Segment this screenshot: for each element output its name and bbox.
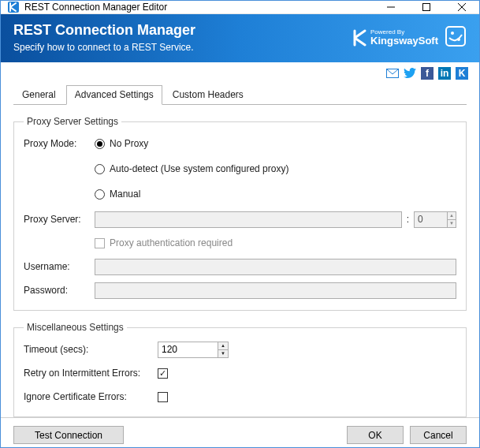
- password-label: Password:: [24, 285, 95, 296]
- facebook-icon[interactable]: f: [421, 67, 433, 80]
- content-area: General Advanced Settings Custom Headers…: [1, 80, 479, 417]
- brand-area: Powered By KingswaySoft: [353, 25, 467, 50]
- ignore-cert-label: Ignore Certificate Errors:: [24, 391, 158, 402]
- twitter-icon[interactable]: [404, 67, 416, 80]
- proxy-mode-none-label: No Proxy: [110, 138, 148, 149]
- radio-icon: [95, 164, 105, 174]
- proxy-mode-label: Proxy Mode:: [24, 138, 95, 149]
- svg-rect-5: [446, 27, 465, 46]
- spinner-buttons[interactable]: ▲▼: [447, 212, 456, 227]
- tab-custom-headers[interactable]: Custom Headers: [164, 85, 252, 105]
- proxy-mode-manual-label: Manual: [110, 189, 140, 200]
- close-button[interactable]: [444, 1, 479, 13]
- username-input[interactable]: [95, 259, 456, 275]
- proxy-mode-auto-label: Auto-detect (Use system configured proxy…: [110, 163, 288, 174]
- proxy-server-label: Proxy Server:: [24, 214, 95, 225]
- timeout-value[interactable]: [158, 342, 218, 357]
- minimize-button[interactable]: [373, 1, 408, 13]
- maximize-button[interactable]: [408, 1, 444, 13]
- proxy-legend: Proxy Server Settings: [24, 116, 121, 127]
- proxy-server-input[interactable]: [95, 211, 402, 228]
- radio-icon: [95, 139, 105, 149]
- header-title: REST Connection Manager: [13, 22, 195, 39]
- window-frame: REST Connection Manager Editor REST Conn…: [0, 0, 480, 448]
- port-separator: :: [402, 214, 414, 225]
- titlebar: REST Connection Manager Editor: [1, 1, 479, 14]
- cancel-button[interactable]: Cancel: [410, 426, 467, 444]
- mail-icon[interactable]: [386, 67, 399, 80]
- app-icon: [7, 1, 20, 13]
- timeout-label: Timeout (secs):: [24, 344, 158, 355]
- window-controls: [373, 1, 479, 13]
- proxy-auth-checkbox[interactable]: [95, 238, 105, 248]
- brand-name: KingswaySoft: [370, 35, 438, 46]
- retry-label: Retry on Intermittent Errors:: [24, 368, 158, 379]
- window-title: REST Connection Manager Editor: [24, 2, 373, 13]
- timeout-input[interactable]: ▲▼: [158, 342, 229, 358]
- radio-icon: [95, 189, 105, 200]
- proxy-settings-group: Proxy Server Settings Proxy Mode: No Pro…: [13, 116, 467, 311]
- header-subtitle: Specify how to connect to a REST Service…: [13, 42, 195, 53]
- spinner-buttons[interactable]: ▲▼: [218, 342, 228, 357]
- ignore-cert-checkbox[interactable]: [158, 392, 168, 402]
- tab-strip: General Advanced Settings Custom Headers: [13, 84, 467, 105]
- misc-legend: Miscellaneous Settings: [24, 322, 127, 333]
- brand-logo: Powered By KingswaySoft: [353, 29, 438, 47]
- proxy-mode-auto-option[interactable]: Auto-detect (Use system configured proxy…: [95, 163, 288, 174]
- proxy-mode-none-option[interactable]: No Proxy: [95, 138, 148, 149]
- footer: Test Connection OK Cancel: [1, 417, 479, 448]
- svg-rect-2: [422, 4, 430, 11]
- social-row: f in K: [1, 62, 479, 80]
- proxy-port-value: [415, 212, 447, 227]
- proxy-mode-manual-option[interactable]: Manual: [95, 189, 140, 200]
- proxy-port-input[interactable]: ▲▼: [414, 211, 456, 228]
- password-input[interactable]: [95, 282, 456, 299]
- misc-settings-group: Miscellaneous Settings Timeout (secs): ▲…: [13, 322, 467, 417]
- svg-point-6: [451, 32, 454, 35]
- retry-checkbox[interactable]: [158, 368, 168, 379]
- proxy-auth-label: Proxy authentication required: [110, 237, 233, 248]
- product-icon: [445, 25, 467, 50]
- linkedin-icon[interactable]: in: [438, 67, 451, 80]
- k-icon[interactable]: K: [456, 67, 468, 80]
- test-connection-button[interactable]: Test Connection: [13, 426, 124, 444]
- username-label: Username:: [24, 261, 95, 272]
- tab-general[interactable]: General: [13, 85, 65, 105]
- ok-button[interactable]: OK: [347, 426, 404, 444]
- tab-advanced-settings[interactable]: Advanced Settings: [66, 85, 162, 105]
- header-banner: REST Connection Manager Specify how to c…: [1, 14, 479, 62]
